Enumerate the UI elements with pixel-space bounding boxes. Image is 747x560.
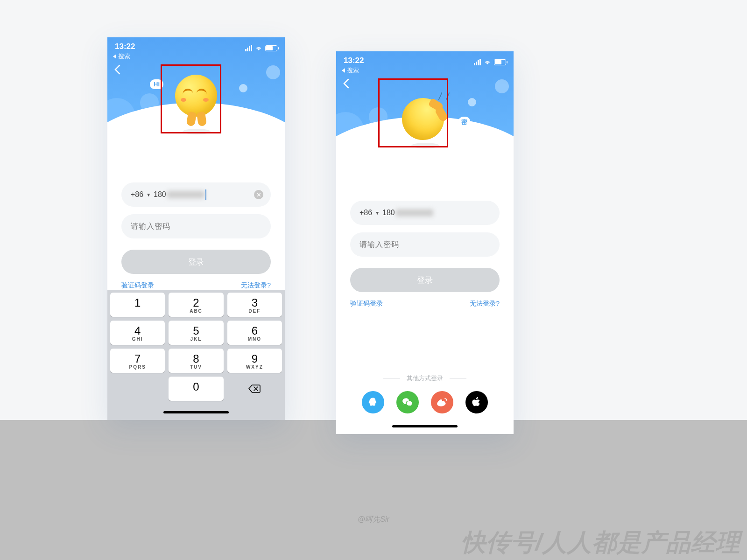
keypad-key-3[interactable]: 3DEF — [227, 293, 282, 317]
apple-login-button[interactable] — [465, 391, 488, 413]
weibo-login-button[interactable] — [431, 391, 453, 413]
chevron-down-icon[interactable]: ▼ — [146, 192, 151, 197]
phone-prefix: 180 — [382, 209, 395, 217]
wifi-icon — [484, 59, 491, 65]
numeric-keypad: 1 2ABC3DEF4GHI5JKL6MNO7PQRS8TUV9WXYZ0 — [107, 290, 285, 405]
password-input[interactable] — [359, 240, 490, 249]
keypad-key-1[interactable]: 1 — [110, 293, 165, 317]
country-code[interactable]: +86 — [131, 190, 143, 199]
wechat-login-button[interactable] — [396, 391, 419, 413]
speech-bubble-secret: 密 — [458, 117, 470, 128]
login-form: +86 ▼ 180 登录 验证码登录 无法登录? 其他方式登录 — [336, 163, 514, 418]
sms-login-link[interactable]: 验证码登录 — [350, 300, 383, 308]
phone-prefix: 180 — [154, 190, 166, 199]
other-login-section: 其他方式登录 — [350, 365, 500, 418]
login-form: +86 ▼ 180 ✕ 登录 验证码登录 无法登录? — [107, 145, 285, 290]
clear-icon[interactable]: ✕ — [254, 190, 263, 199]
keypad-blank — [110, 377, 165, 401]
status-time: 13:22 — [115, 42, 135, 51]
cannot-login-link[interactable]: 无法登录? — [241, 281, 271, 290]
keypad-key-5[interactable]: 5JKL — [169, 321, 223, 345]
keypad-delete[interactable] — [227, 377, 282, 401]
annotation-box-left — [161, 64, 221, 133]
keypad-key-0[interactable]: 0 — [169, 377, 223, 401]
phone-redacted — [396, 209, 433, 217]
annotation-box-right — [378, 78, 448, 147]
country-code[interactable]: +86 — [359, 209, 372, 217]
qq-login-button[interactable] — [362, 391, 384, 413]
password-field[interactable] — [121, 214, 271, 238]
phone-field[interactable]: +86 ▼ 180 ✕ — [121, 182, 271, 207]
phone-redacted — [167, 191, 204, 198]
status-bar: 13:22 — [336, 51, 514, 65]
keypad-key-8[interactable]: 8TUV — [169, 349, 223, 373]
keypad-key-4[interactable]: 4GHI — [110, 321, 165, 345]
phone-field[interactable]: +86 ▼ 180 — [350, 201, 500, 225]
wifi-icon — [255, 45, 262, 51]
home-indicator[interactable] — [107, 405, 285, 420]
breadcrumb-back[interactable]: 搜索 — [107, 51, 285, 62]
battery-icon — [265, 45, 277, 51]
status-time: 13:22 — [344, 56, 364, 65]
keypad-key-2[interactable]: 2ABC — [169, 293, 223, 317]
sms-login-link[interactable]: 验证码登录 — [121, 281, 154, 290]
author-handle: @呵先Sir — [358, 515, 389, 525]
password-input[interactable] — [131, 222, 261, 231]
cannot-login-link[interactable]: 无法登录? — [470, 300, 500, 308]
chevron-down-icon[interactable]: ▼ — [375, 210, 380, 216]
cellular-icon — [474, 59, 481, 65]
text-cursor — [205, 189, 206, 200]
keypad-key-7[interactable]: 7PQRS — [110, 349, 165, 373]
status-bar: 13:22 — [107, 37, 285, 51]
breadcrumb-back[interactable]: 搜索 — [336, 65, 514, 76]
login-button[interactable]: 登录 — [350, 268, 500, 292]
other-login-label: 其他方式登录 — [407, 374, 443, 383]
comparison-stage: 13:22 搜索 Hi — [0, 0, 747, 560]
home-indicator[interactable] — [336, 418, 514, 434]
keypad-key-6[interactable]: 6MNO — [227, 321, 282, 345]
battery-icon — [494, 59, 506, 65]
cellular-icon — [245, 45, 252, 51]
password-field[interactable] — [350, 232, 500, 257]
login-button[interactable]: 登录 — [121, 250, 271, 274]
keypad-key-9[interactable]: 9WXYZ — [227, 349, 282, 373]
